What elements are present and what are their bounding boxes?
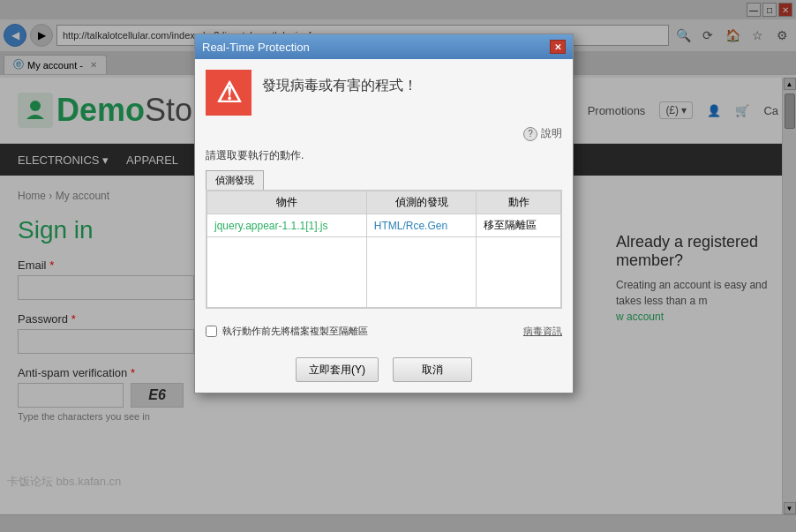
warning-icon-box: ⚠ xyxy=(206,70,252,116)
detection-table: 物件 偵測的發現 動作 jquery.appear-1.1.1[1].js HT… xyxy=(207,191,561,308)
warning-icon: ⚠ xyxy=(216,76,242,109)
dialog-heading: 發現病毒或有害的程式！ xyxy=(262,77,417,95)
threat-cell: HTML/Rce.Gen xyxy=(366,214,477,237)
empty-row xyxy=(207,237,561,308)
apply-button[interactable]: 立即套用(Y) xyxy=(296,357,379,382)
dialog-button-row: 立即套用(Y) 取消 xyxy=(206,357,562,382)
col-header-object: 物件 xyxy=(207,191,367,214)
dialog-body: ⚠ 發現病毒或有害的程式！ ? 說明 請選取要執行的動作. 偵測發現 物件 xyxy=(195,59,573,393)
dialog-overlay: Real-Time Protection ✕ ⚠ 發現病毒或有害的程式！ ? 說… xyxy=(0,0,796,532)
dialog-title: Real-Time Protection xyxy=(202,41,310,54)
detection-table-wrapper: 物件 偵測的發現 動作 jquery.appear-1.1.1[1].js HT… xyxy=(206,190,562,309)
realtime-protection-dialog: Real-Time Protection ✕ ⚠ 發現病毒或有害的程式！ ? 說… xyxy=(194,34,574,393)
dialog-instruction: 請選取要執行的動作. xyxy=(206,148,562,163)
help-icon[interactable]: ? xyxy=(523,127,537,141)
col-header-detection: 偵測的發現 xyxy=(366,191,477,214)
cancel-button[interactable]: 取消 xyxy=(393,357,472,382)
help-label: 說明 xyxy=(541,126,562,141)
detection-row: jquery.appear-1.1.1[1].js HTML/Rce.Gen 移… xyxy=(207,214,561,237)
detected-tab[interactable]: 偵測發現 xyxy=(206,170,264,190)
dialog-close-button[interactable]: ✕ xyxy=(550,40,566,54)
dialog-header-row: ⚠ 發現病毒或有害的程式！ xyxy=(206,70,562,116)
checkbox-row: 執行動作前先將檔案複製至隔離區 xyxy=(206,325,368,338)
help-row: ? 說明 xyxy=(206,126,562,141)
dialog-title-bar: Real-Time Protection ✕ xyxy=(195,34,573,59)
virus-info-link[interactable]: 病毒資訊 xyxy=(523,325,562,338)
quarantine-checkbox[interactable] xyxy=(206,326,217,337)
filename-cell: jquery.appear-1.1.1[1].js xyxy=(207,214,367,237)
checkbox-label: 執行動作前先將檔案複製至隔離區 xyxy=(222,325,368,338)
action-cell: 移至隔離區 xyxy=(477,214,561,237)
col-header-action: 動作 xyxy=(477,191,561,214)
